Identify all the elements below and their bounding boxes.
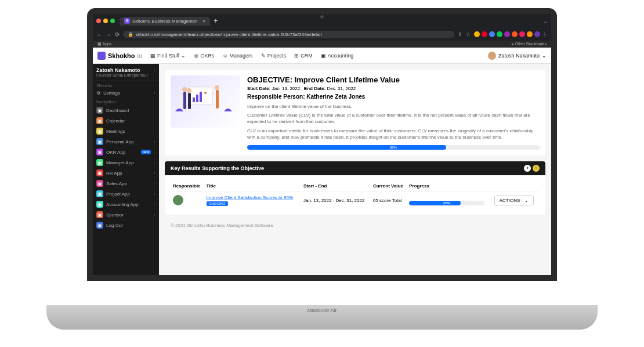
- other-bookmarks[interactable]: ▸ Other Bookmarks: [512, 42, 547, 46]
- nav-managers[interactable]: ☺Managers: [222, 53, 252, 59]
- sidebar: Zatosh Nakamoto› Founder Serial Entrepre…: [93, 64, 159, 275]
- chevron-down-icon: ⌄: [542, 53, 547, 59]
- nav-accounting[interactable]: ▣Accounting: [321, 53, 354, 59]
- avatar: [488, 52, 496, 60]
- sidebar-item-project-app[interactable]: ▣Project App›: [93, 189, 159, 199]
- ext-icon[interactable]: [489, 31, 495, 37]
- sidebar-item-sponsor[interactable]: ▣Sponsor›: [93, 209, 159, 220]
- share-icon[interactable]: ⇧: [458, 31, 462, 37]
- sidebar-section: Skhokho: [93, 81, 159, 89]
- sidebar-item-manager-app[interactable]: ▣Manager App›: [93, 157, 159, 168]
- app-icon: ▣: [96, 222, 103, 229]
- star-icon[interactable]: ☆: [466, 31, 471, 37]
- chevron-down-icon[interactable]: ⌄: [543, 18, 548, 24]
- back-icon[interactable]: ←: [96, 31, 102, 38]
- sidebar-item-accounting-app[interactable]: ▣Accounting App›: [93, 199, 159, 209]
- ext-icon[interactable]: [519, 31, 525, 37]
- app-icon: ▣: [96, 138, 103, 145]
- objective-desc: Improve on the client lifetime value of …: [247, 103, 540, 110]
- sidebar-item-meetings[interactable]: ▣Meetings: [93, 126, 159, 136]
- nav-crm[interactable]: ⊞CRM: [294, 53, 313, 59]
- ext-icon[interactable]: [527, 31, 533, 37]
- browser-tab[interactable]: ⚙ Skhokho Business Managemen ×: [120, 17, 210, 26]
- laptop-base: MacBook Air: [46, 305, 598, 330]
- col-value: Current Value: [372, 181, 407, 191]
- objective-desc: Customer Lifetime Value (CLV) is the tot…: [247, 112, 540, 125]
- new-tab-button[interactable]: +: [214, 17, 218, 25]
- sidebar-item-calendar[interactable]: ▣Calendar: [93, 115, 159, 126]
- chevron-right-icon: ›: [154, 212, 155, 218]
- add-button[interactable]: +: [524, 165, 531, 172]
- kr-table: Responsible Title Start - End Current Va…: [171, 180, 540, 210]
- browser-chrome: ⚙ Skhokho Business Managemen × + ⌄ ← → ⟳…: [93, 14, 551, 48]
- kr-row: Improve Client Satisfaction Scores to 95…: [172, 193, 538, 209]
- kr-title-link[interactable]: Improve Client Satisfaction Scores to 95…: [207, 195, 293, 200]
- objective-desc: CLV is an important metric for businesse…: [247, 128, 540, 140]
- kr-value: 65 score Total: [372, 193, 407, 209]
- objective-progress: 68%: [247, 145, 540, 150]
- app-icon: ▣: [96, 107, 103, 114]
- brand-logo[interactable]: Skhokho io: [97, 52, 142, 60]
- nav-okrs[interactable]: ◎OKRs: [194, 53, 214, 59]
- sidebar-item-dashboard[interactable]: ▣Dashboard: [93, 105, 159, 115]
- ext-icon[interactable]: [534, 31, 540, 37]
- app-icon: ▣: [96, 169, 103, 176]
- chevron-right-icon: ›: [154, 150, 155, 155]
- user-menu[interactable]: Zatosh Nakamoto ⌄: [488, 52, 547, 60]
- svg-point-8: [187, 88, 191, 93]
- forward-icon[interactable]: →: [106, 31, 111, 38]
- svg-rect-5: [183, 92, 186, 109]
- ext-icon[interactable]: [474, 31, 480, 37]
- ext-icon[interactable]: [512, 31, 518, 37]
- logo-icon: [97, 52, 106, 60]
- sidebar-item-sales-app[interactable]: ▣Sales App›: [93, 178, 159, 189]
- url-text: skhokho.io/management/team-objectives/im…: [136, 32, 321, 37]
- sidebar-settings[interactable]: ⚙ Settings ›: [93, 89, 159, 97]
- window-maximize[interactable]: [110, 19, 115, 23]
- ext-icon[interactable]: [504, 31, 510, 37]
- window-close[interactable]: [96, 19, 101, 23]
- tab-title: Skhokho Business Managemen: [132, 19, 198, 24]
- sidebar-item-hr-app[interactable]: ▣HR App›: [93, 168, 159, 178]
- svg-point-4: [204, 92, 207, 94]
- chevron-right-icon: ›: [154, 91, 155, 96]
- favicon: ⚙: [124, 18, 130, 24]
- gear-icon: ⚙: [96, 91, 100, 96]
- col-actions: [493, 181, 538, 191]
- window-minimize[interactable]: [103, 19, 108, 23]
- svg-point-10: [215, 85, 219, 90]
- app-icon: ▣: [96, 180, 103, 187]
- col-title: Title: [205, 181, 301, 191]
- sidebar-item-log-out[interactable]: ▣Log Out: [93, 220, 159, 230]
- nav-find-stuff[interactable]: ▦Find Stuff⌄: [150, 53, 186, 59]
- chevron-right-icon: ›: [154, 202, 155, 207]
- objective-card: OBJECTIVE: Improve Client Lifetime Value…: [165, 70, 545, 156]
- kr-header-title: Key Results Supporting the Objective: [171, 165, 264, 171]
- minimize-button[interactable]: −: [533, 165, 540, 172]
- chevron-right-icon: ›: [154, 191, 155, 197]
- kr-dates: Jan. 13, 2022 - Dec. 31, 2022: [302, 193, 371, 209]
- reload-icon[interactable]: ⟳: [115, 31, 120, 38]
- nav-projects[interactable]: ✎Projects: [261, 53, 287, 59]
- kr-status-badge: ONGOING: [207, 201, 228, 206]
- key-results-card: Key Results Supporting the Objective + −: [165, 161, 545, 215]
- ext-icon[interactable]: [482, 31, 487, 37]
- sidebar-item-okr-app[interactable]: ▣OKR AppNEW›: [93, 147, 159, 157]
- footer: © 2021 Skhokho Business Management Softw…: [165, 221, 545, 230]
- col-progress: Progress: [408, 181, 491, 191]
- menu-icon[interactable]: ⋮: [542, 31, 548, 38]
- apps-bookmark[interactable]: ▦ Apps: [97, 42, 112, 46]
- sidebar-profile[interactable]: Zatosh Nakamoto› Founder Serial Entrepre…: [93, 64, 159, 81]
- ext-icon[interactable]: [497, 31, 502, 37]
- svg-rect-2: [196, 95, 198, 102]
- sidebar-item-personal-app[interactable]: ▣Personal App›: [93, 136, 159, 147]
- svg-rect-1: [193, 97, 195, 102]
- actions-button[interactable]: ACTIONS⌄: [494, 196, 534, 205]
- chevron-right-icon: ›: [154, 68, 155, 73]
- address-bar[interactable]: 🔒 skhokho.io/management/team-objectives/…: [123, 31, 454, 38]
- kr-avatar: [173, 195, 183, 205]
- chevron-down-icon: ⌄: [522, 198, 529, 203]
- close-tab-icon[interactable]: ×: [202, 18, 206, 24]
- svg-rect-9: [216, 90, 219, 109]
- chevron-right-icon: ›: [154, 171, 155, 176]
